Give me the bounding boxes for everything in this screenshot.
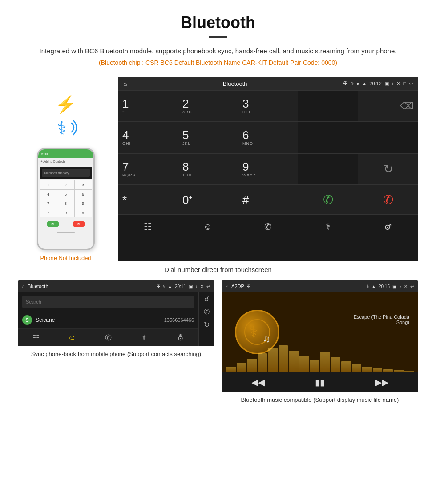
pb-home-icon[interactable]: ⌂ [22,284,25,289]
eq-bar-10 [320,352,330,372]
phone-key-1[interactable]: 1 [40,180,57,189]
back-icon[interactable]: ↩ [409,81,413,87]
eq-bar-13 [352,364,362,372]
dialpad-key-6[interactable]: 6 MNO [238,122,298,153]
bottom-dialpad-btn[interactable]: ☷ [118,215,178,238]
pb-dialpad-btn[interactable]: ☷ [18,333,54,343]
pb-refresh-side-icon[interactable]: ↻ [204,320,210,329]
eq-bar-4 [258,353,267,372]
eq-bar-9 [310,360,320,372]
phone-key-4[interactable]: 4 [40,190,57,199]
eq-bar-3 [247,359,257,372]
music-back-icon[interactable]: ↩ [410,284,414,289]
phone-key-2[interactable]: 2 [57,180,74,189]
pb-contact-row[interactable]: S Seicane 13566664466 [18,312,198,329]
dialpad-key-4[interactable]: 4 GHI [118,122,178,153]
dialpad-key-3[interactable]: 3 DEF [238,91,298,122]
pb-bt-btn[interactable]: ⚕ [126,333,162,343]
eq-bar-5 [268,348,278,372]
phone-key-star[interactable]: * [40,208,57,217]
dialpad-key-star[interactable]: * [118,185,178,215]
dialpad-key-9[interactable]: 9 WXYZ [238,154,298,185]
dialpad-backspace[interactable]: ⌫ [358,91,418,122]
dialpad-key-hash[interactable]: # [238,185,298,215]
main-caption: Dial number direct from touchscreen [18,266,418,273]
phone-section: ⚡ ⚕ M:30 + Add to Contacts [18,77,113,261]
description-text: Integrated with BC6 Bluetooth module, su… [18,46,418,56]
camera-icon: ▣ [384,81,389,87]
phone-key-8[interactable]: 8 [57,199,74,208]
window-icon: □ [403,81,406,86]
music-usb-icon: ✠ [247,284,250,289]
prev-track-button[interactable]: ◀◀ [251,377,265,388]
phone-end-button[interactable]: ✆ [73,221,85,227]
dialpad-key-8[interactable]: 8 TUV [178,154,238,185]
dialpad-call-button[interactable]: ✆ [298,185,358,215]
pb-side-icons: ☌ ✆ ↻ [198,292,214,346]
volume-icon: ♪ [392,81,394,86]
pb-search-placeholder: Search [26,299,41,304]
eq-bar-16 [383,369,393,372]
pb-link-btn[interactable]: ⛢ [162,333,198,343]
phone-key-9[interactable]: 9 [75,199,92,208]
dialpad-key-5[interactable]: 5 JKL [178,122,238,153]
orange-info-text: (Bluetooth chip : CSR BC6 Default Blueto… [18,59,418,66]
pb-status-bar: ⌂ Bluetooth ✠ ⚕ ▲ 20:11 ▣ ♪ ✕ ↩ [18,280,214,292]
car-status-bar: ⌂ Bluetooth ✠ ⚕ ● ▲ 20:12 ▣ ♪ ✕ □ ↩ [118,77,418,90]
eq-bar-1 [226,367,236,372]
pb-search-input[interactable]: Search [22,296,194,308]
music-caption: Bluetooth music compatible (Support disp… [241,396,399,404]
phone-key-5[interactable]: 5 [57,190,74,199]
dialpad-key-0[interactable]: 0+ [178,185,238,215]
dialpad-empty-3 [298,154,358,185]
dialpad-row-3: 7 PQRS 8 TUV 9 WXYZ ↻ [118,153,418,185]
music-vol-icon: ♪ [399,284,401,289]
svg-text:⚕: ⚕ [57,118,67,138]
music-home-icon[interactable]: ⌂ [226,284,229,289]
pb-back-icon[interactable]: ↩ [206,284,210,289]
phone-bottom-bar: ✆ ✆ [38,219,93,229]
bottom-contacts-btn[interactable]: ☺ [178,215,238,238]
eq-bar-8 [299,356,309,372]
phone-call-button[interactable]: ✆ [47,221,59,227]
phone-key-7[interactable]: 7 [40,199,57,208]
pb-bottom-bar: ☷ ☺ ✆ ⚕ ⛢ [18,329,198,346]
pb-phone-side-icon[interactable]: ✆ [204,308,210,316]
phone-top-bar: M:30 [38,149,93,158]
pb-usb-icon: ✠ [157,284,160,289]
dialpad-end-button[interactable]: ✆ [358,185,418,215]
dialpad-refresh[interactable]: ↻ [358,154,418,185]
dialpad-key-2[interactable]: 2 ABC [178,91,238,122]
play-pause-button[interactable]: ▮▮ [315,377,325,388]
pb-contact-name: Seicane [36,317,164,323]
music-song-title: Escape (The Pina Colada Song) [347,314,409,325]
music-close-icon[interactable]: ✕ [404,284,408,289]
time-display: 20:12 [369,81,382,86]
signal-icon: ▲ [362,81,367,86]
phone-key-hash[interactable]: # [75,208,92,217]
eq-bar-7 [289,351,299,372]
music-note-icon: ♫ [263,333,270,345]
dialpad-key-7[interactable]: 7 PQRS [118,154,178,185]
bottom-phone-btn[interactable]: ✆ [238,215,298,238]
eq-bar-2 [237,363,246,372]
close-icon[interactable]: ✕ [396,81,400,87]
next-track-button[interactable]: ▶▶ [375,377,388,388]
home-icon[interactable]: ⌂ [123,80,127,87]
dialpad-key-1[interactable]: 1 •• [118,91,178,122]
pb-contacts-btn[interactable]: ☺ [54,333,90,343]
pb-close-icon[interactable]: ✕ [200,284,204,289]
location-icon: ● [356,81,359,86]
phone-contacts-bar: + Add to Contacts [38,158,93,165]
bottom-link-btn[interactable]: ⛢ [358,215,418,238]
bottom-bluetooth-btn[interactable]: ⚕ [298,215,358,238]
pb-search-side-icon[interactable]: ☌ [204,295,209,303]
pb-contact-avatar: S [22,315,32,325]
phone-key-3[interactable]: 3 [75,180,92,189]
phone-key-0[interactable]: 0 [57,208,74,217]
phone-key-6[interactable]: 6 [75,190,92,199]
pb-main-area: Search S Seicane 13566664466 ☷ ☺ [18,292,198,346]
pb-signal-icon: ▲ [168,284,172,289]
pb-phone-btn[interactable]: ✆ [90,333,126,343]
pb-camera-icon: ▣ [189,284,193,289]
